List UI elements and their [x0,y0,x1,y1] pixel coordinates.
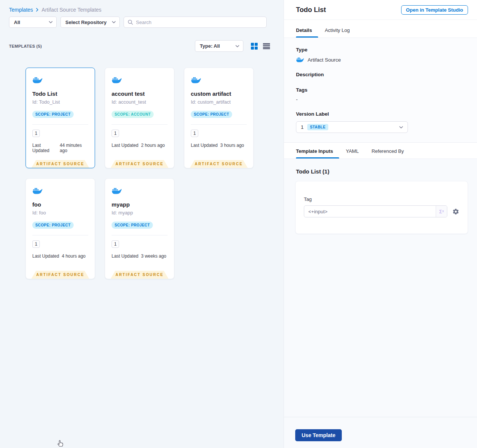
scope-filter-dropdown[interactable]: All [9,17,57,28]
use-template-button[interactable]: Use Template [295,429,342,441]
version-dropdown[interactable]: 1 STABLE [296,121,408,133]
tag-label: Tag [304,196,459,202]
inputs-card: Tag Σˣ [295,181,468,234]
artifact-source-ribbon: ARTIFACT SOURCE [190,160,248,168]
card-id: Id: myapp [112,210,168,216]
repository-filter-dropdown[interactable]: Select Repository [60,17,120,28]
chevron-down-icon [399,126,403,128]
card-divider [112,235,168,235]
expression-sigma-icon[interactable]: Σˣ [436,206,447,217]
last-updated-value: 44 minutes ago [60,143,88,153]
last-updated-value: 3 hours ago [220,143,244,148]
version-count-box: 1 [191,130,198,137]
template-cards-grid: Todo List Id: Todo_List SCOPE: PROJECT 1… [26,68,254,279]
scope-badge: SCOPE: ACCOUNT [112,111,154,118]
last-updated: Last Updated 3 hours ago [191,143,247,148]
template-card-foo[interactable]: foo Id: foo SCOPE: PROJECT 1 Last Update… [26,178,95,279]
template-inputs-section: Todo List (1) Tag Σˣ [284,159,477,234]
inputs-tab-bar: Template Inputs YAML Referenced By [284,143,477,159]
card-divider [191,124,247,125]
last-updated: Last Updated 44 minutes ago [32,143,88,153]
type-filter-dropdown[interactable]: Type: All [195,40,243,52]
chevron-down-icon [112,21,116,23]
card-divider [32,124,88,125]
card-title: foo [32,201,88,208]
template-details-panel: Todo List Open in Template Studio Detail… [284,0,477,448]
card-id: Id: custom_artifact [191,99,247,105]
card-title: custom artifact [191,91,247,97]
last-updated-value: 4 hours ago [62,253,85,259]
version-count-box: 1 [32,240,40,248]
breadcrumb-current: Artifact Source Templates [42,7,101,13]
stable-badge: STABLE [307,124,328,130]
search-box [124,17,267,28]
version-count-box: 1 [112,130,119,137]
card-id: Id: account_test [112,99,168,105]
artifact-source-ribbon: ARTIFACT SOURCE [111,271,169,279]
template-card-account-test[interactable]: account test Id: account_test SCOPE: ACC… [105,68,174,168]
mouse-cursor-hand-icon [57,439,64,447]
search-input[interactable] [136,20,263,25]
type-value: Artifact Source [308,57,341,63]
last-updated: Last Updated 4 hours ago [32,253,88,259]
template-card-myapp[interactable]: myapp Id: myapp SCOPE: PROJECT 1 Last Up… [105,178,174,279]
version-count-box: 1 [112,240,119,248]
breadcrumb: Templates Artifact Source Templates [9,7,101,13]
docker-icon [112,76,122,84]
details-tab-bar: Details Activity Log [284,20,477,38]
artifact-source-ribbon: ARTIFACT SOURCE [32,271,89,279]
view-toggles [251,43,270,50]
last-updated-label: Last Updated [191,143,217,148]
filter-row: All Select Repository [9,17,267,28]
tab-referenced-by[interactable]: Referenced By [371,148,404,158]
details-section: Type Artifact Source Description Tags - … [284,38,477,143]
scope-badge: SCOPE: PROJECT [32,111,74,118]
card-title: account test [112,91,168,97]
grid-view-icon[interactable] [251,43,258,50]
description-label: Description [296,72,465,77]
tab-activity-log[interactable]: Activity Log [325,27,350,38]
tags-label: Tags [296,87,465,93]
last-updated-label: Last Updated [32,253,59,259]
breadcrumb-templates-link[interactable]: Templates [9,7,33,13]
card-divider [32,235,88,235]
scope-badge: SCOPE: PROJECT [32,222,74,229]
template-card-custom-artifact[interactable]: custom artifact Id: custom_artifact SCOP… [184,68,254,168]
tags-value: - [296,97,465,102]
scope-badge: SCOPE: PROJECT [191,111,232,118]
scope-filter-value: All [14,20,20,25]
docker-icon [32,187,43,195]
docker-icon [191,76,201,84]
inputs-heading: Todo List (1) [296,168,477,175]
last-updated: Last Updated 2 hours ago [112,143,168,148]
search-icon [128,20,133,25]
open-in-template-studio-button[interactable]: Open in Template Studio [401,5,468,15]
tag-input[interactable] [304,206,436,217]
template-card-todo-list[interactable]: Todo List Id: Todo_List SCOPE: PROJECT 1… [26,68,95,168]
chevron-down-icon [49,21,53,23]
list-view-icon[interactable] [263,43,270,49]
panel-title: Todo List [296,6,326,14]
tab-details[interactable]: Details [296,27,312,38]
panel-footer: Use Template [284,417,477,448]
tag-input-wrapper: Σˣ [304,205,447,217]
tab-yaml[interactable]: YAML [346,148,359,158]
details-panel-header: Todo List Open in Template Studio [284,0,477,20]
tab-template-inputs[interactable]: Template Inputs [296,148,333,158]
type-filter-value: Type: All [200,43,220,49]
templates-list-panel: Templates Artifact Source Templates All … [0,0,284,448]
input-settings-gear-icon[interactable] [452,208,459,215]
scope-badge: SCOPE: PROJECT [112,222,153,229]
last-updated-label: Last Updated [112,253,138,259]
card-title: myapp [112,201,168,208]
last-updated-value: 2 hours ago [141,143,165,148]
last-updated-label: Last Updated [32,143,57,153]
artifact-source-ribbon: ARTIFACT SOURCE [111,160,169,168]
docker-icon [296,57,304,63]
card-id: Id: Todo_List [32,99,88,105]
version-label: Version Label [296,111,465,117]
type-label: Type [296,47,465,53]
last-updated: Last Updated 3 weeks ago [112,253,168,259]
last-updated-value: 3 weeks ago [141,253,166,259]
card-id: Id: foo [32,210,88,216]
